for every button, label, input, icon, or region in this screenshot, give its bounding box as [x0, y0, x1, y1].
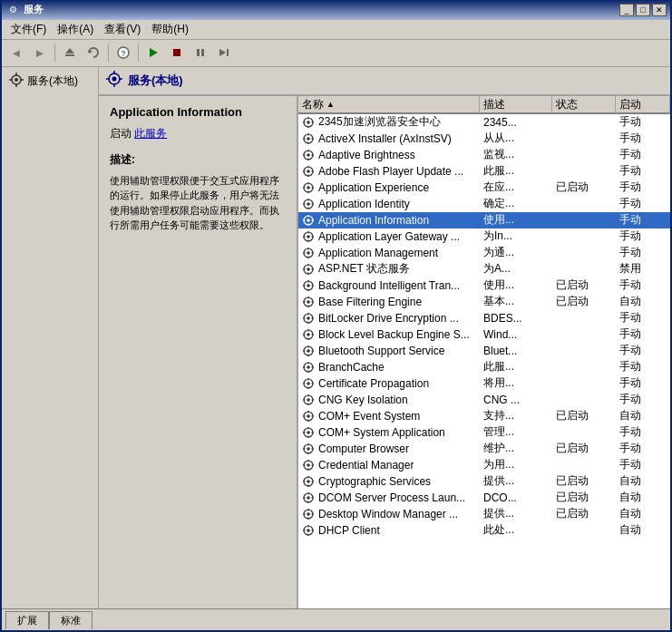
header-name[interactable]: 名称 ▲: [298, 96, 480, 113]
service-status-cell: 已启动: [552, 506, 616, 522]
table-row[interactable]: Cryptographic Services提供...已启动自动: [298, 473, 670, 490]
toolbar: ◄ ► ?: [2, 40, 670, 67]
table-row[interactable]: Application Layer Gateway ...为In...手动: [298, 228, 670, 245]
stop-button[interactable]: [166, 42, 188, 63]
start-service-link[interactable]: 此服务: [134, 127, 167, 140]
service-icon: [302, 345, 315, 357]
service-icon: [302, 296, 315, 308]
table-row[interactable]: Block Level Backup Engine S...Wind...手动: [298, 326, 670, 343]
table-row[interactable]: Application Experience在应...已启动手动: [298, 180, 670, 196]
tab-standard[interactable]: 标准: [49, 611, 93, 629]
service-startup-cell: 手动: [616, 457, 670, 473]
up-button[interactable]: [59, 42, 81, 63]
service-startup-cell: 禁用: [616, 261, 670, 277]
table-row[interactable]: ActiveX Installer (AxInstSV)从从...手动: [298, 131, 670, 147]
service-desc-cell: DCO...: [480, 490, 552, 506]
service-startup-cell: 手动: [616, 310, 670, 326]
service-icon: [302, 524, 315, 537]
service-name-cell: 2345加速浏览器安全中心: [298, 114, 480, 131]
table-row[interactable]: COM+ System Application管理...手动: [298, 424, 670, 441]
table-row[interactable]: Base Filtering Engine基本...已启动自动: [298, 294, 670, 310]
table-row[interactable]: Desktop Window Manager ...提供...已启动自动: [298, 506, 670, 522]
service-icon: [302, 263, 315, 276]
service-name-cell: Adaptive Brightness: [298, 147, 480, 163]
table-row[interactable]: Application Identity确定...手动: [298, 196, 670, 212]
service-status-cell: [552, 245, 616, 261]
table-row[interactable]: Adaptive Brightness监视...手动: [298, 147, 670, 163]
service-name-cell: Base Filtering Engine: [298, 294, 480, 310]
service-status-cell: [552, 310, 616, 326]
description-text: 使用辅助管理权限便于交互式应用程序的运行。如果停止此服务，用户将无法使用辅助管理…: [110, 173, 286, 233]
service-desc-cell: 此服...: [480, 163, 552, 180]
table-row[interactable]: DHCP Client此处...自动: [298, 522, 670, 539]
maximize-button[interactable]: □: [636, 4, 650, 16]
service-icon: [302, 149, 315, 161]
table-row[interactable]: CNG Key IsolationCNG ...手动: [298, 392, 670, 408]
table-row[interactable]: 2345加速浏览器安全中心2345...手动: [298, 114, 670, 131]
tab-expand[interactable]: 扩展: [5, 611, 49, 629]
service-startup-cell: 手动: [616, 147, 670, 163]
service-status-cell: 已启动: [552, 277, 616, 294]
header-status[interactable]: 状态: [552, 96, 616, 113]
table-row[interactable]: Application Information使用...手动: [298, 212, 670, 228]
service-name-cell: Cryptographic Services: [298, 473, 480, 490]
help-button[interactable]: ?: [112, 42, 134, 63]
toolbar-separator-1: [54, 44, 55, 62]
service-status-cell: [552, 392, 616, 408]
service-desc-cell: 确定...: [480, 196, 552, 212]
title-bar: ⚙ 服务 _ □ ✕: [2, 0, 670, 20]
menu-help[interactable]: 帮助(H): [146, 20, 194, 39]
services-icon: [9, 73, 24, 90]
service-icon: [302, 181, 315, 194]
service-status-cell: [552, 343, 616, 359]
table-row[interactable]: Application Management为通...手动: [298, 245, 670, 261]
play-button[interactable]: [142, 42, 164, 63]
table-row[interactable]: COM+ Event System支持...已启动自动: [298, 408, 670, 424]
service-status-cell: 已启动: [552, 180, 616, 196]
service-startup-cell: 手动: [616, 359, 670, 375]
service-icon: [302, 491, 315, 504]
menu-view[interactable]: 查看(V): [99, 20, 146, 39]
table-row[interactable]: Credential Manager为用...手动: [298, 457, 670, 473]
service-icon: [302, 459, 315, 472]
refresh-button[interactable]: [83, 42, 104, 63]
service-desc-cell: 支持...: [480, 408, 552, 424]
service-desc-cell: 监视...: [480, 147, 552, 163]
service-icon: [302, 165, 315, 178]
menu-action[interactable]: 操作(A): [52, 20, 99, 39]
table-row[interactable]: BitLocker Drive Encryption ...BDES...手动: [298, 310, 670, 326]
service-icon: [302, 377, 315, 390]
sidebar-item-services[interactable]: 服务(本地): [5, 71, 94, 92]
pause-button[interactable]: [190, 42, 211, 63]
back-button[interactable]: ◄: [5, 42, 27, 63]
service-name-text: BitLocker Drive Encryption ...: [318, 312, 459, 325]
service-startup-cell: 自动: [616, 506, 670, 522]
table-row[interactable]: Adobe Flash Player Update ...此服...手动: [298, 163, 670, 180]
forward-button[interactable]: ►: [29, 42, 51, 63]
table-row[interactable]: Background Intelligent Tran...使用...已启动手动: [298, 277, 670, 294]
skip-button[interactable]: [213, 42, 235, 63]
table-row[interactable]: BranchCache此服...手动: [298, 359, 670, 375]
service-icon: [302, 410, 315, 423]
table-row[interactable]: Bluetooth Support ServiceBluet...手动: [298, 343, 670, 359]
table-row[interactable]: ASP.NET 状态服务为A...禁用: [298, 261, 670, 277]
svg-rect-0: [65, 54, 74, 56]
service-list[interactable]: 名称 ▲ 描述 状态 启动: [298, 96, 670, 608]
minimize-button[interactable]: _: [619, 4, 634, 16]
header-startup[interactable]: 启动: [616, 96, 670, 113]
table-row[interactable]: DCOM Server Process Laun...DCO...已启动自动: [298, 490, 670, 506]
svg-point-162: [307, 496, 310, 500]
table-row[interactable]: Computer Browser维护...已启动手动: [298, 441, 670, 457]
svg-rect-8: [201, 49, 204, 56]
header-desc[interactable]: 描述: [480, 96, 552, 113]
service-desc-cell: 维护...: [480, 441, 552, 457]
service-desc-cell: 从从...: [480, 131, 552, 147]
service-status-cell: [552, 212, 616, 228]
service-desc-cell: 提供...: [480, 473, 552, 490]
start-service-prefix: 启动: [110, 127, 131, 140]
service-name-text: Computer Browser: [318, 442, 409, 455]
table-row[interactable]: Certificate Propagation将用...手动: [298, 375, 670, 392]
service-name-cell: ASP.NET 状态服务: [298, 261, 480, 277]
close-button[interactable]: ✕: [652, 4, 667, 16]
menu-file[interactable]: 文件(F): [5, 20, 52, 39]
